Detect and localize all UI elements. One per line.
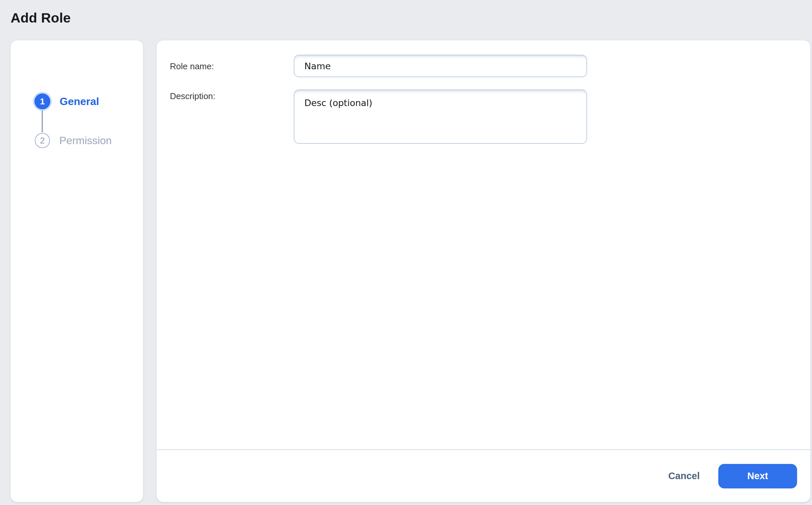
step-label-general: General: [60, 96, 99, 108]
step-number-badge-1: 1: [34, 94, 50, 109]
stepper-connector-line: [42, 110, 43, 132]
add-role-form-panel: Role name: Description: Cancel Next: [157, 40, 810, 502]
next-button[interactable]: Next: [718, 464, 797, 488]
cancel-button[interactable]: Cancel: [666, 467, 702, 485]
page-title: Add Role: [11, 10, 71, 26]
description-input[interactable]: [294, 90, 587, 144]
role-name-input[interactable]: [294, 55, 587, 77]
form-footer: Cancel Next: [157, 449, 810, 502]
stepper-step-general[interactable]: 1 General: [34, 94, 99, 109]
role-name-label: Role name:: [170, 61, 214, 71]
stepper-panel: 1 General 2 Permission: [11, 40, 143, 502]
stepper-step-permission[interactable]: 2 Permission: [34, 133, 111, 148]
description-label: Description:: [170, 91, 215, 101]
step-number-badge-2: 2: [35, 133, 50, 148]
step-label-permission: Permission: [59, 135, 111, 147]
